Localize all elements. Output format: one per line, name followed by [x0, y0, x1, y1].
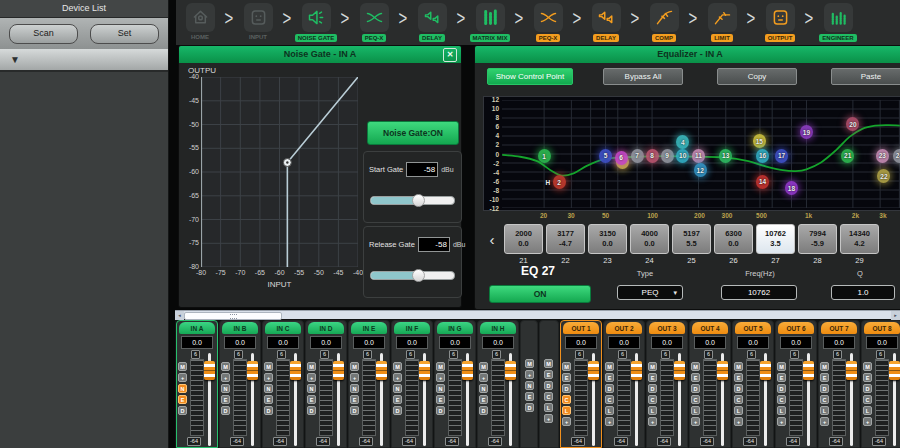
nav-item-input[interactable]: INPUT [236, 3, 280, 40]
channel-out-7[interactable]: OUT 70.06-64MEDCL+ [818, 320, 860, 448]
channel-in-h[interactable]: IN H0.06-64M+NED [477, 320, 519, 448]
channel-name-tab[interactable]: IN A [179, 322, 215, 334]
start-gate-slider[interactable] [370, 196, 455, 205]
eq-point-12[interactable]: 12 [694, 163, 707, 177]
channel-button-c[interactable]: C [863, 395, 872, 404]
channel-button-d[interactable]: D [648, 384, 657, 393]
channel-button-e[interactable]: E [479, 395, 488, 404]
fader-knob[interactable] [674, 361, 685, 380]
channel-button-plus[interactable]: + [820, 417, 829, 426]
channel-button-m[interactable]: M [221, 362, 230, 371]
nav-item-delay[interactable]: DELAY [410, 3, 454, 42]
device-tree-collapse-row[interactable]: ▼ [0, 49, 168, 72]
nav-item-peq-x[interactable]: PEQ-X [526, 3, 570, 42]
channel-button-d[interactable]: D [525, 403, 534, 412]
channel-button-l[interactable]: L [544, 403, 553, 412]
channel-button-plus[interactable]: + [734, 417, 743, 426]
start-gate-value[interactable]: -58 [406, 162, 438, 177]
channel-button-c[interactable]: C [820, 395, 829, 404]
eq-point-23[interactable]: 23 [876, 149, 889, 163]
channel-button-plus[interactable]: + [525, 370, 534, 379]
start-gate-slider-thumb[interactable] [412, 194, 425, 207]
channel-out-8[interactable]: OUT 80.06-64MEDCL+ [861, 320, 900, 448]
channel-button-c[interactable]: C [734, 395, 743, 404]
eq-point-2[interactable]: 2H [553, 175, 566, 189]
channel-button-e[interactable]: E [648, 373, 657, 382]
nav-item-engineer[interactable]: ENGINEER [816, 3, 860, 42]
eq-band-26[interactable]: 63000.0 [714, 224, 753, 254]
fader-knob[interactable] [846, 361, 857, 380]
channel-button-m[interactable]: M [691, 362, 700, 371]
nav-item-delay[interactable]: DELAY [584, 3, 628, 42]
channel-button-m[interactable]: M [178, 362, 187, 371]
channel-button-plus[interactable]: + [221, 373, 230, 382]
channel-button-e[interactable]: E [863, 373, 872, 382]
channel-button-plus[interactable]: + [777, 417, 786, 426]
set-button[interactable]: Set [90, 24, 159, 44]
channel-button-l[interactable]: L [863, 406, 872, 415]
release-gate-slider-thumb[interactable] [412, 269, 425, 282]
channel-button-l[interactable]: L [605, 406, 614, 415]
bypass-all-button[interactable]: Bypass All [603, 68, 683, 85]
channel-button-e[interactable]: E [307, 395, 316, 404]
channel-button-d[interactable]: D [605, 384, 614, 393]
channel-button-n[interactable]: N [221, 384, 230, 393]
channel-button-e[interactable]: E [820, 373, 829, 382]
release-gate-slider[interactable] [370, 271, 455, 280]
channel-button-d[interactable]: D [562, 384, 571, 393]
eq-band-27[interactable]: 107623.5 [756, 224, 795, 254]
channel-button-e[interactable]: E [264, 395, 273, 404]
channel-button-plus[interactable]: + [350, 373, 359, 382]
channel-button-e[interactable]: E [691, 373, 700, 382]
channel-button-e[interactable]: E [393, 395, 402, 404]
fader-knob[interactable] [204, 361, 215, 380]
channel-button-c[interactable]: C [605, 395, 614, 404]
noise-gate-on-button[interactable]: Noise Gate:ON [367, 121, 459, 145]
channel-button-l[interactable]: L [691, 406, 700, 415]
channel-name-tab[interactable]: OUT 5 [735, 322, 771, 334]
eq-point-16[interactable]: 16 [756, 149, 769, 163]
channel-button-c[interactable]: C [562, 395, 571, 404]
channel-out-2[interactable]: OUT 20.06-64MEDCL+ [603, 320, 645, 448]
channel-button-plus[interactable]: + [436, 373, 445, 382]
channel-button-d[interactable]: D [221, 406, 230, 415]
channel-button-m[interactable]: M [307, 362, 316, 371]
fader-knob[interactable] [760, 361, 771, 380]
channel-button-l[interactable]: L [734, 406, 743, 415]
channel-button-plus[interactable]: + [178, 373, 187, 382]
channel-name-tab[interactable]: IN G [437, 322, 473, 334]
channel-name-tab[interactable]: OUT 8 [864, 322, 900, 334]
channel-button-plus[interactable]: + [544, 414, 553, 423]
channel-button-plus[interactable]: + [691, 417, 700, 426]
eq-point-13[interactable]: 13 [719, 149, 732, 163]
channel-name-tab[interactable]: IN C [265, 322, 301, 334]
eq-point-8[interactable]: 8 [646, 149, 659, 163]
release-gate-value[interactable]: -58 [418, 237, 450, 252]
channel-button-m[interactable]: M [648, 362, 657, 371]
nav-item-matrix-mix[interactable]: MATRIX MIX [468, 3, 512, 42]
channel-name-tab[interactable]: IN F [394, 322, 430, 334]
channel-button-e[interactable]: E [777, 373, 786, 382]
fader-knob[interactable] [505, 361, 516, 380]
channel-button-e[interactable]: E [734, 373, 743, 382]
fader-knob[interactable] [462, 361, 473, 380]
channel-in-g[interactable]: IN G0.06-64M+NED [434, 320, 476, 448]
channel-button-d[interactable]: D [178, 406, 187, 415]
paste-button[interactable]: Paste [831, 68, 900, 85]
fader-knob[interactable] [376, 361, 387, 380]
channel-name-tab[interactable]: OUT 1 [563, 322, 599, 334]
channel-button-e[interactable]: E [605, 373, 614, 382]
channel-name-tab[interactable]: OUT 4 [692, 322, 728, 334]
fader-knob[interactable] [333, 361, 344, 380]
scroll-left-arrow-icon[interactable]: ◂ [175, 311, 184, 320]
channel-button-d[interactable]: D [350, 406, 359, 415]
scrollbar-thumb[interactable] [184, 312, 282, 320]
channel-name-tab[interactable]: OUT 2 [606, 322, 642, 334]
fader-knob[interactable] [717, 361, 728, 380]
nav-item-comp[interactable]: COMP [642, 3, 686, 42]
channel-button-plus[interactable]: + [393, 373, 402, 382]
eq-point-5[interactable]: 5 [599, 149, 612, 163]
channel-out-6[interactable]: OUT 60.06-64MEDCL+ [775, 320, 817, 448]
eq-band-22[interactable]: 3177-4.7 [546, 224, 585, 254]
channel-button-e[interactable]: E [436, 395, 445, 404]
